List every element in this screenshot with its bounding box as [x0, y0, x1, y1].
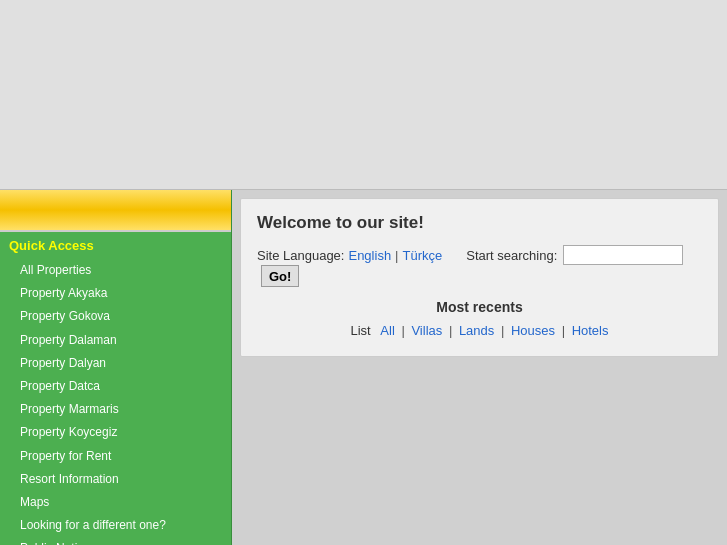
nav-property-akyaka[interactable]: Property Akyaka — [0, 282, 231, 305]
list-item: Maps — [0, 491, 231, 514]
turkish-link[interactable]: Türkçe — [403, 248, 443, 263]
nav-maps[interactable]: Maps — [0, 491, 231, 514]
list-item: Property Koycegiz — [0, 421, 231, 444]
nav-property-datca[interactable]: Property Datca — [0, 375, 231, 398]
list-all-link[interactable]: All — [380, 323, 394, 338]
list-sep-2: | — [401, 323, 408, 338]
list-sep-5: | — [562, 323, 569, 338]
nav-property-koycegiz[interactable]: Property Koycegiz — [0, 421, 231, 444]
site-language-label: Site Language: — [257, 248, 344, 263]
lang-separator: | — [395, 248, 398, 263]
english-link[interactable]: English — [348, 248, 391, 263]
list-item: Property Dalaman — [0, 329, 231, 352]
nav-looking-for-different[interactable]: Looking for a different one? — [0, 514, 231, 537]
list-item: Looking for a different one? — [0, 514, 231, 537]
top-banner — [0, 0, 727, 190]
nav-all-properties[interactable]: All Properties — [0, 259, 231, 282]
list-lands-link[interactable]: Lands — [459, 323, 494, 338]
nav-resort-information[interactable]: Resort Information — [0, 468, 231, 491]
main-layout: Quick Access All Properties Property Aky… — [0, 190, 727, 545]
nav-property-dalaman[interactable]: Property Dalaman — [0, 329, 231, 352]
quick-access-title: Quick Access — [0, 232, 231, 257]
sidebar-logo — [0, 190, 231, 232]
nav-property-marmaris[interactable]: Property Marmaris — [0, 398, 231, 421]
list-item: Property Datca — [0, 375, 231, 398]
list-villas-link[interactable]: Villas — [411, 323, 442, 338]
list-item: Resort Information — [0, 468, 231, 491]
nav-public-notice[interactable]: Public Notice — [0, 537, 231, 545]
search-input[interactable] — [563, 245, 683, 265]
list-item: Property for Rent — [0, 445, 231, 468]
list-links-row: List All | Villas | Lands | Houses | Hot… — [257, 323, 702, 338]
welcome-box: Welcome to our site! Site Language: Engl… — [240, 198, 719, 357]
content-area: Welcome to our site! Site Language: Engl… — [232, 190, 727, 545]
list-item: All Properties — [0, 259, 231, 282]
list-item: Public Notice — [0, 537, 231, 545]
sidebar: Quick Access All Properties Property Aky… — [0, 190, 232, 545]
list-hotels-link[interactable]: Hotels — [572, 323, 609, 338]
most-recents-title: Most recents — [257, 299, 702, 315]
nav-property-gokova[interactable]: Property Gokova — [0, 305, 231, 328]
search-label: Start searching: — [466, 248, 557, 263]
language-row: Site Language: English | Türkçe Start se… — [257, 245, 702, 287]
list-item: Property Marmaris — [0, 398, 231, 421]
list-houses-link[interactable]: Houses — [511, 323, 555, 338]
welcome-title: Welcome to our site! — [257, 213, 702, 233]
list-sep-4: | — [501, 323, 508, 338]
list-item: Property Akyaka — [0, 282, 231, 305]
nav-property-dalyan[interactable]: Property Dalyan — [0, 352, 231, 375]
nav-property-for-rent[interactable]: Property for Rent — [0, 445, 231, 468]
list-label: List — [350, 323, 370, 338]
list-item: Property Gokova — [0, 305, 231, 328]
go-button[interactable]: Go! — [261, 265, 299, 287]
list-sep-3: | — [449, 323, 456, 338]
list-item: Property Dalyan — [0, 352, 231, 375]
sidebar-nav: All Properties Property Akyaka Property … — [0, 257, 231, 545]
